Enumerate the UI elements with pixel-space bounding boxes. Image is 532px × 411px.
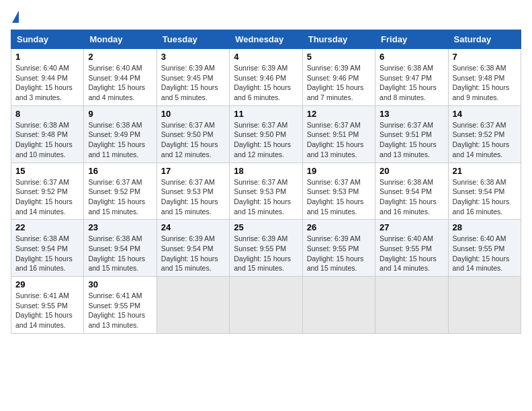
calendar-empty-cell [448,277,521,334]
calendar-day-10: 10Sunrise: 6:37 AMSunset: 9:50 PMDayligh… [157,105,229,163]
calendar-day-26: 26Sunrise: 6:39 AMSunset: 9:55 PMDayligh… [302,220,375,277]
calendar-header-row: SundayMondayTuesdayWednesdayThursdayFrid… [11,30,521,49]
calendar-day-25: 25Sunrise: 6:39 AMSunset: 9:55 PMDayligh… [230,220,302,277]
calendar-day-16: 16Sunrise: 6:37 AMSunset: 9:52 PMDayligh… [84,163,157,220]
calendar-day-14: 14Sunrise: 6:37 AMSunset: 9:52 PMDayligh… [448,105,521,163]
calendar-day-29: 29Sunrise: 6:41 AMSunset: 9:55 PMDayligh… [11,277,84,334]
calendar-day-8: 8Sunrise: 6:38 AMSunset: 9:48 PMDaylight… [11,105,84,163]
calendar-day-24: 24Sunrise: 6:39 AMSunset: 9:54 PMDayligh… [157,220,229,277]
calendar-day-12: 12Sunrise: 6:37 AMSunset: 9:51 PMDayligh… [302,105,375,163]
calendar-day-18: 18Sunrise: 6:37 AMSunset: 9:53 PMDayligh… [230,163,302,220]
calendar-day-9: 9Sunrise: 6:38 AMSunset: 9:49 PMDaylight… [84,105,157,163]
calendar-empty-cell [375,277,448,334]
weekday-header-friday: Friday [375,30,448,49]
weekday-header-monday: Monday [84,30,157,49]
calendar-day-21: 21Sunrise: 6:38 AMSunset: 9:54 PMDayligh… [448,163,521,220]
calendar-day-19: 19Sunrise: 6:37 AMSunset: 9:53 PMDayligh… [302,163,375,220]
calendar-day-30: 30Sunrise: 6:41 AMSunset: 9:55 PMDayligh… [84,277,157,334]
logo [11,11,19,24]
calendar-empty-cell [230,277,302,334]
calendar-day-20: 20Sunrise: 6:38 AMSunset: 9:54 PMDayligh… [375,163,448,220]
calendar-table: SundayMondayTuesdayWednesdayThursdayFrid… [11,30,521,334]
calendar-day-17: 17Sunrise: 6:37 AMSunset: 9:53 PMDayligh… [157,163,229,220]
page-header [11,11,521,24]
calendar-day-27: 27Sunrise: 6:40 AMSunset: 9:55 PMDayligh… [375,220,448,277]
weekday-header-wednesday: Wednesday [230,30,302,49]
calendar-day-11: 11Sunrise: 6:37 AMSunset: 9:50 PMDayligh… [230,105,302,163]
weekday-header-thursday: Thursday [302,30,375,49]
calendar-day-4: 4Sunrise: 6:39 AMSunset: 9:46 PMDaylight… [230,49,302,106]
weekday-header-tuesday: Tuesday [157,30,229,49]
calendar-day-23: 23Sunrise: 6:38 AMSunset: 9:54 PMDayligh… [84,220,157,277]
calendar-day-6: 6Sunrise: 6:38 AMSunset: 9:47 PMDaylight… [375,49,448,106]
calendar-empty-cell [302,277,375,334]
calendar-day-5: 5Sunrise: 6:39 AMSunset: 9:46 PMDaylight… [302,49,375,106]
calendar-day-15: 15Sunrise: 6:37 AMSunset: 9:52 PMDayligh… [11,163,84,220]
calendar-day-28: 28Sunrise: 6:40 AMSunset: 9:55 PMDayligh… [448,220,521,277]
weekday-header-sunday: Sunday [11,30,84,49]
weekday-header-saturday: Saturday [448,30,521,49]
calendar-day-2: 2Sunrise: 6:40 AMSunset: 9:44 PMDaylight… [84,49,157,106]
calendar-empty-cell [157,277,229,334]
calendar-day-13: 13Sunrise: 6:37 AMSunset: 9:51 PMDayligh… [375,105,448,163]
calendar-day-3: 3Sunrise: 6:39 AMSunset: 9:45 PMDaylight… [157,49,229,106]
calendar-day-1: 1Sunrise: 6:40 AMSunset: 9:44 PMDaylight… [11,49,84,106]
logo-triangle-icon [12,11,19,23]
calendar-day-7: 7Sunrise: 6:38 AMSunset: 9:48 PMDaylight… [448,49,521,106]
calendar-day-22: 22Sunrise: 6:38 AMSunset: 9:54 PMDayligh… [11,220,84,277]
